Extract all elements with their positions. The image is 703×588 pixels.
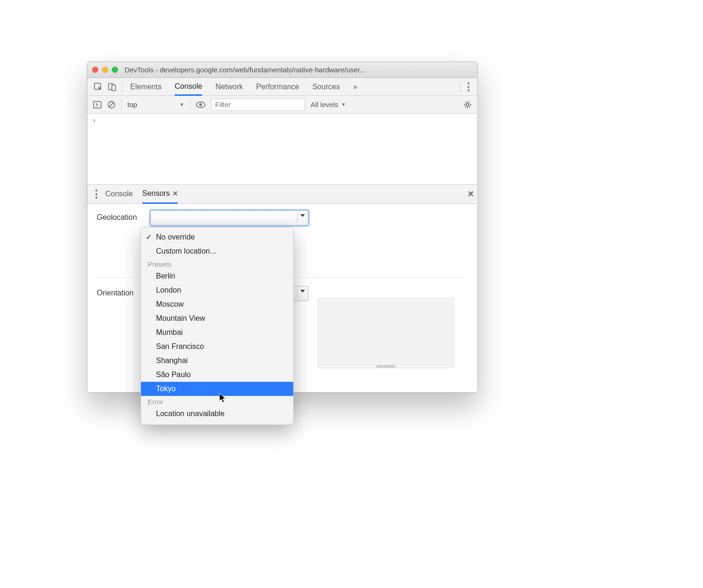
geolocation-select[interactable] [150, 210, 308, 225]
close-tab-icon[interactable]: × [172, 189, 178, 199]
cursor-icon [219, 393, 227, 404]
minimize-window-button[interactable] [102, 67, 108, 73]
geolocation-dropdown: No override Custom location... Presets B… [141, 227, 294, 425]
svg-line-5 [109, 102, 114, 107]
geolocation-option-preset[interactable]: London [141, 283, 293, 297]
tab-network[interactable]: Network [215, 78, 243, 95]
log-levels-value: All levels [311, 101, 338, 108]
tab-elements[interactable]: Elements [130, 78, 162, 95]
inspect-element-icon[interactable] [92, 83, 104, 91]
geolocation-option-custom[interactable]: Custom location... [141, 244, 293, 258]
console-output[interactable]: › [87, 114, 477, 184]
clear-console-icon[interactable] [107, 101, 116, 109]
log-levels-selector[interactable]: All levels ▼ [311, 101, 346, 108]
context-selector[interactable]: top ▼ [127, 101, 184, 108]
drawer-menu-icon[interactable]: ⋮ [91, 189, 102, 199]
titlebar: DevTools - developers.google.com/web/fun… [87, 62, 477, 78]
svg-line-16 [469, 102, 470, 103]
device-toggle-icon[interactable] [106, 83, 118, 91]
geolocation-group-error: Error [141, 396, 293, 407]
geolocation-option-preset[interactable]: Tokyo [141, 382, 293, 396]
geolocation-option-preset[interactable]: Moscow [141, 297, 293, 311]
dropdown-caret-icon: ▼ [180, 102, 184, 107]
geolocation-label: Geolocation [97, 210, 144, 222]
geolocation-option-error[interactable]: Location unavailable [141, 407, 293, 421]
geolocation-option-preset[interactable]: Mountain View [141, 311, 293, 325]
console-sidebar-toggle-icon[interactable] [93, 101, 102, 109]
filter-input[interactable] [211, 99, 305, 111]
kebab-menu-icon[interactable]: ⋮ [463, 82, 474, 92]
geolocation-option-preset[interactable]: Mumbai [141, 325, 293, 340]
live-expression-icon[interactable] [196, 101, 205, 108]
geolocation-field: Geolocation [97, 210, 468, 225]
geolocation-option-preset[interactable]: Berlin [141, 269, 293, 283]
console-settings-icon[interactable] [463, 101, 472, 109]
window-controls [92, 67, 118, 73]
orientation-label: Orientation [97, 286, 144, 297]
console-prompt: › [92, 116, 96, 124]
svg-point-8 [466, 103, 469, 106]
drawer-tab-label: Console [105, 190, 133, 198]
divider [122, 81, 123, 93]
svg-rect-2 [112, 85, 116, 91]
console-toolbar: top ▼ All levels ▼ [87, 96, 477, 114]
geolocation-group-presets: Presets [141, 258, 293, 269]
geolocation-option-preset[interactable]: Shanghai [141, 354, 293, 368]
tab-sources[interactable]: Sources [312, 78, 340, 95]
close-drawer-icon[interactable]: × [468, 188, 474, 200]
zoom-window-button[interactable] [112, 67, 118, 73]
window-title: DevTools - developers.google.com/web/fun… [125, 66, 473, 74]
tabs: Elements Console Network Performance Sou… [130, 78, 457, 95]
dropdown-caret-icon: ▼ [341, 102, 346, 107]
geolocation-option-preset[interactable]: San Francisco [141, 340, 293, 354]
svg-line-15 [465, 106, 466, 107]
tab-performance[interactable]: Performance [256, 78, 299, 95]
geolocation-option-preset[interactable]: São Paulo [141, 368, 293, 382]
drawer-tabbar: ⋮ Console Sensors × × [87, 184, 477, 204]
svg-line-14 [469, 106, 470, 107]
geolocation-option-no-override[interactable]: No override [141, 230, 293, 244]
close-window-button[interactable] [92, 67, 98, 73]
tab-console[interactable]: Console [175, 78, 203, 96]
drawer-tabs: Console Sensors × [105, 185, 178, 203]
drawer-tab-sensors[interactable]: Sensors × [142, 185, 178, 204]
tab-overflow[interactable]: » [353, 78, 357, 95]
drawer-tab-label: Sensors [142, 189, 170, 198]
main-tabbar: Elements Console Network Performance Sou… [87, 78, 477, 96]
drawer-tab-console[interactable]: Console [105, 185, 133, 203]
context-selector-value: top [127, 101, 137, 108]
svg-point-7 [199, 103, 202, 106]
orientation-preview[interactable] [318, 298, 454, 368]
svg-line-13 [465, 102, 466, 103]
divider [460, 81, 461, 93]
